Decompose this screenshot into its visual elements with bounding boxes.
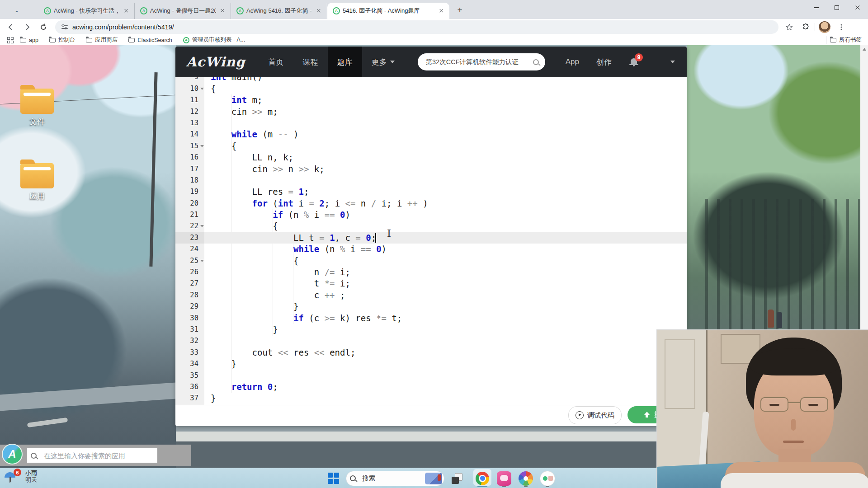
line-number: 16 [175,152,204,163]
bookmark-item[interactable]: app [20,37,38,43]
browser-tab[interactable]: AAcWing - 暑假每日一题2025 [135,3,231,19]
bookmark-item[interactable]: 应用商店 [86,36,118,44]
desktop-icon-apps[interactable]: 应用 [11,163,63,202]
minimize-button[interactable] [806,0,826,15]
code-line[interactable]: 32 [175,335,687,347]
code-line[interactable]: 37} [175,393,687,404]
code-line[interactable]: 34 } [175,358,687,370]
bookmark-item[interactable]: A管理员审核列表 - A... [183,36,245,44]
code-line[interactable]: 19 LL res = 1; [175,186,687,197]
windows-start-button[interactable] [328,473,340,484]
bookmarks-divider [826,36,826,44]
browser-tab[interactable]: AAcWing - 快乐学习生活，尽在 [38,3,135,19]
browser-tab[interactable]: AAcWing 5416. 因子化简 - AcW [231,3,327,19]
code-editor[interactable]: 9int main()10{11 int m;12 cin >> m;1314 … [175,77,687,405]
code-text: { [204,255,298,267]
taskbar-weather-widget[interactable]: 6 小雨 明天 [4,469,37,483]
forward-button[interactable] [22,22,33,33]
browser-tab[interactable]: A5416. 因子化简 - AcWing题库 [327,3,449,19]
code-line[interactable]: 30 if (c >= k) res *= t; [175,313,687,324]
code-line[interactable]: 20 for (int i = 2; i <= n / i; i ++ ) [175,198,687,209]
tab-close-icon[interactable] [219,7,226,14]
acwing-desktop-logo[interactable]: A [2,444,23,465]
fold-marker-icon[interactable] [200,88,204,90]
code-line[interactable]: 35 [175,370,687,381]
wallpaper-figure [768,310,774,328]
code-line[interactable]: 36 return 0; [175,381,687,393]
browser-toolbar: acwing.com/problem/content/5419/ [0,19,868,35]
code-line[interactable]: 16 LL n, k; [175,152,687,163]
code-line[interactable]: 29 } [175,301,687,312]
task-view-button[interactable] [452,473,462,484]
nav-item-app[interactable]: App [557,47,588,77]
fold-marker-icon[interactable] [200,225,204,227]
reload-button[interactable] [38,22,49,33]
app-search-input[interactable] [43,451,157,460]
nav-item-active[interactable]: 题库 [328,47,362,77]
nav-item-link[interactable]: 课程 [293,47,328,77]
code-line[interactable]: 27 t *= i; [175,278,687,289]
user-avatar[interactable] [650,53,667,70]
taskbar-app-pinwheel[interactable] [516,469,536,488]
close-button[interactable] [847,0,868,15]
code-line[interactable]: 24 while (n % i == 0) [175,244,687,255]
debug-code-button[interactable]: 调试代码 [568,406,622,424]
code-line[interactable]: 13 [175,117,687,129]
code-line[interactable]: 18 [175,175,687,186]
desktop-icon-label: 文件 [11,117,63,127]
code-line[interactable]: 28 c ++ ; [175,290,687,301]
new-tab-button[interactable]: + [454,4,466,16]
desktop-icon-files[interactable]: 文件 [11,89,63,127]
code-line[interactable]: 21 if (n % i == 0) [175,209,687,221]
code-line[interactable]: 17 cin >> n >> k; [175,164,687,175]
taskbar-app-pink[interactable] [494,469,514,488]
nav-item-link[interactable]: 首页 [259,47,293,77]
address-bar[interactable]: acwing.com/problem/content/5419/ [55,20,778,34]
acwing-logo[interactable]: AcWing [186,54,245,70]
bookmark-item[interactable]: ElasticSearch [128,37,172,43]
code-line[interactable]: 33 cout << res << endl; [175,347,687,358]
taskbar-search-box[interactable]: 搜索 [346,471,444,486]
tab-search-chevron-icon[interactable]: ⌄ [12,5,22,15]
code-line[interactable]: 26 n /= i; [175,267,687,278]
code-line[interactable]: 15 { [175,141,687,152]
fold-marker-icon[interactable] [200,145,204,147]
webcam-overlay [656,329,868,488]
search-highlight-thumbnail[interactable] [425,473,442,484]
code-line[interactable]: 31 } [175,324,687,335]
browser-menu-icon[interactable] [836,22,847,33]
code-line[interactable]: 22 { [175,221,687,232]
code-line[interactable]: 10{ [175,83,687,94]
code-line[interactable]: 12 cin >> m; [175,106,687,117]
maximize-button[interactable] [826,0,847,15]
code-line[interactable]: 11 int m; [175,94,687,106]
apps-grid-icon[interactable] [7,37,14,43]
url-text[interactable]: acwing.com/problem/content/5419/ [72,23,174,31]
taskbar-app-chrome[interactable] [472,469,492,488]
all-bookmarks-button[interactable]: 所有书签 [830,36,862,44]
back-button[interactable] [5,22,16,33]
bookmark-star-icon[interactable] [784,22,795,33]
tab-close-icon[interactable] [438,7,445,14]
site-settings-icon[interactable] [61,25,68,29]
extensions-icon[interactable] [800,22,811,33]
tab-close-icon[interactable] [315,7,322,14]
nav-item-link[interactable]: 更多 [362,47,404,77]
chevron-down-icon[interactable] [670,61,675,63]
app-search-box[interactable] [27,448,157,463]
site-search-box[interactable]: 第32次CCF计算机软件能力认证 [418,53,545,70]
code-line[interactable]: 23 LL t = 1, c = 0; [175,232,687,244]
fold-marker-icon[interactable] [200,260,204,262]
code-line[interactable]: 25 { [175,255,687,267]
nav-item-label: 首页 [269,57,284,67]
code-line[interactable]: 14 while (m -- ) [175,129,687,140]
scroll-up-arrow[interactable] [863,48,866,51]
screen: { "browser": { "tabs": [ {"title": "AcWi… [0,0,868,488]
browser-profile-avatar[interactable] [819,21,830,33]
notifications-button[interactable]: 9 [629,57,638,66]
code-line[interactable]: 9int main() [175,77,687,83]
tab-close-icon[interactable] [123,7,130,14]
taskbar-app-white[interactable] [538,469,557,488]
nav-item-create[interactable]: 创作 [588,47,620,77]
bookmark-item[interactable]: 控制台 [49,36,75,44]
